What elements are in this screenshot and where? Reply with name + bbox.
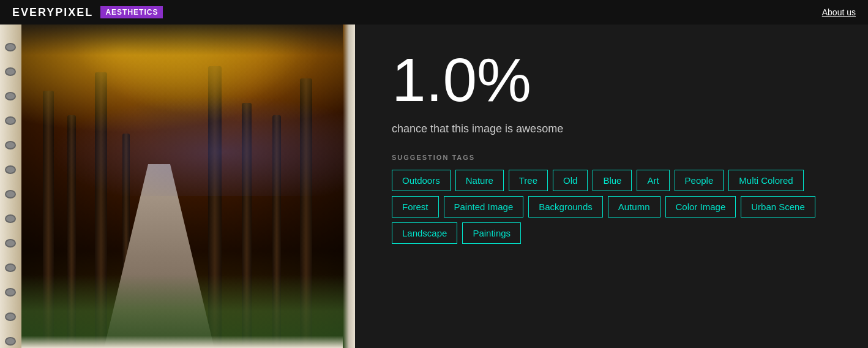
tag-item[interactable]: Color Image <box>665 196 736 218</box>
tag-item[interactable]: Autumn <box>608 196 660 218</box>
about-us-link[interactable]: About us <box>822 7 856 17</box>
tag-item[interactable]: Landscape <box>392 222 457 244</box>
sketch-right-edge <box>343 25 355 348</box>
tag-item[interactable]: Backgrounds <box>528 196 603 218</box>
header-left: EVERYPIXEL AESTHETICS <box>12 6 163 19</box>
sketch-left-edge <box>0 25 21 348</box>
tag-item[interactable]: Old <box>553 170 588 191</box>
suggestion-label: SUGGESTION TAGS <box>392 154 831 161</box>
tag-item[interactable]: Outdoors <box>392 170 451 191</box>
sketch-bottom-edge <box>21 336 343 348</box>
tag-item[interactable]: Paintings <box>462 222 521 244</box>
tag-item[interactable]: Blue <box>593 170 632 191</box>
image-panel <box>0 25 355 348</box>
tag-item[interactable]: Forest <box>392 196 439 218</box>
image-placeholder <box>0 25 355 348</box>
aesthetics-badge: AESTHETICS <box>100 6 163 18</box>
score-subtitle: chance that this image is awesome <box>392 123 831 135</box>
logo: EVERYPIXEL <box>12 6 93 19</box>
info-panel: 1.0% chance that this image is awesome S… <box>355 25 868 348</box>
score-value: 1.0% <box>392 49 831 110</box>
tags-container: OutdoorsNatureTreeOldBlueArtPeopleMulti … <box>392 170 831 244</box>
tag-item[interactable]: Tree <box>509 170 548 191</box>
tag-item[interactable]: Nature <box>455 170 504 191</box>
tag-item[interactable]: Art <box>637 170 669 191</box>
tag-item[interactable]: Painted Image <box>444 196 524 218</box>
tag-item[interactable]: People <box>675 170 724 191</box>
header: EVERYPIXEL AESTHETICS About us <box>0 0 868 25</box>
tag-item[interactable]: Multi Colored <box>728 170 803 191</box>
suggestion-section: SUGGESTION TAGS OutdoorsNatureTreeOldBlu… <box>392 154 831 244</box>
tag-item[interactable]: Urban Scene <box>741 196 815 218</box>
main-content: 1.0% chance that this image is awesome S… <box>0 25 868 348</box>
